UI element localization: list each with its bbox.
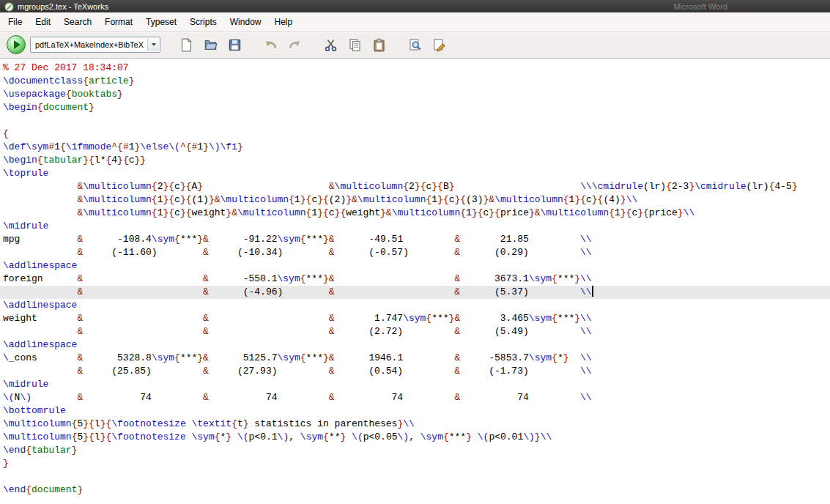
editor[interactable]: % 27 Dec 2017 18:34:07\documentclass{art… (0, 59, 830, 504)
chevron-down-icon[interactable] (147, 38, 159, 51)
toolbar-separator (309, 45, 316, 45)
code-line-13[interactable]: \midrule (3, 220, 830, 233)
code-line-20[interactable]: weight & & & 1.747\sym{***}& 3.465\sym{*… (3, 312, 830, 325)
play-icon (14, 40, 21, 49)
typeset-run-button[interactable] (7, 35, 26, 54)
menu-item-help[interactable]: Help (267, 14, 299, 30)
replace-icon (432, 38, 446, 52)
code-line-10[interactable]: &\multicolumn{2}{c}{A} &\multicolumn{2}{… (3, 180, 830, 193)
code-line-17[interactable]: foreign & & -550.1\sym{***}& & 3673.1\sy… (3, 273, 830, 286)
code-line-16[interactable]: \addlinespace (3, 259, 830, 273)
code-line-11[interactable]: &\multicolumn{1}{c}{(1)}&\multicolumn{1}… (3, 193, 830, 207)
code-line-26[interactable]: \(N\) & 74 & 74 & 74 & 74 \\ (3, 391, 830, 404)
find-icon (408, 38, 422, 52)
menu-item-file[interactable]: File (1, 14, 29, 30)
code-line-14[interactable]: mpg & -108.4\sym{***}& -91.22\sym{***}& … (3, 233, 830, 246)
redo-icon (288, 38, 302, 52)
typeset-format-dropdown[interactable]: pdfLaTeX+MakeIndex+BibTeX (30, 37, 160, 53)
menu-item-window[interactable]: Window (223, 14, 268, 30)
paste-button[interactable] (369, 35, 388, 54)
menubar: FileEditSearchFormatTypesetScriptsWindow… (0, 12, 830, 32)
cut-icon (324, 38, 338, 52)
code-line-32[interactable] (3, 470, 830, 483)
code-line-24[interactable]: & (25.85) & (27.93) & (0.54) & (-1.73) \… (3, 365, 830, 378)
texworks-app-icon (4, 1, 14, 11)
toolbar-separator (393, 45, 400, 45)
code-line-15[interactable]: & (-11.60) & (-10.34) & (-0.57) & (0.29)… (3, 246, 830, 259)
code-line-21[interactable]: & & & (2.72) & (5.49) \\ (3, 325, 830, 338)
new-document-icon (179, 38, 193, 52)
undo-icon (264, 38, 278, 52)
texworks-window: mgroups2.tex - TeXworks Microsoft Word F… (0, 0, 830, 504)
menu-item-search[interactable]: Search (57, 14, 98, 30)
copy-icon (348, 38, 362, 52)
code-line-5[interactable] (3, 114, 830, 127)
toolbar-gap (165, 45, 172, 45)
code-line-19[interactable]: \addlinespace (3, 299, 830, 312)
menu-item-format[interactable]: Format (98, 14, 139, 30)
code-line-27[interactable]: \bottomrule (3, 404, 830, 418)
code-line-23[interactable]: \_cons & 5328.8\sym{***}& 5125.7\sym{***… (3, 352, 830, 365)
undo-button[interactable] (261, 35, 280, 54)
menu-item-typeset[interactable]: Typeset (139, 14, 183, 30)
code-line-30[interactable]: \end{tabular} (3, 444, 830, 457)
toolbar: pdfLaTeX+MakeIndex+BibTeX (0, 32, 830, 59)
code-line-8[interactable]: \begin{tabular}{l*{4}{c}} (3, 154, 830, 167)
code-line-9[interactable]: \toprule (3, 167, 830, 180)
open-button[interactable] (201, 35, 220, 54)
copy-button[interactable] (345, 35, 364, 54)
save-icon (228, 38, 242, 52)
text-caret (592, 286, 593, 297)
menu-item-edit[interactable]: Edit (29, 14, 57, 30)
code-line-12[interactable]: &\multicolumn{1}{c}{weight}&\multicolumn… (3, 207, 830, 220)
code-line-22[interactable]: \addlinespace (3, 338, 830, 352)
redo-button[interactable] (285, 35, 304, 54)
menu-item-scripts[interactable]: Scripts (183, 14, 223, 30)
replace-button[interactable] (429, 35, 448, 54)
code-line-1[interactable]: % 27 Dec 2017 18:34:07 (3, 62, 830, 75)
window-title: mgroups2.tex - TeXworks (18, 2, 108, 11)
code-line-31[interactable]: } (3, 457, 830, 470)
code-line-3[interactable]: \usepackage{booktabs} (3, 88, 830, 101)
code-line-18[interactable]: & & (-4.96) & & (5.37) \\ (0, 286, 830, 299)
open-folder-icon (204, 38, 218, 52)
code-line-29[interactable]: \multicolumn{5}{l}{\footnotesize \sym{*}… (3, 431, 830, 444)
code-line-33[interactable]: \end{document} (3, 483, 830, 497)
code-line-6[interactable]: { (3, 127, 830, 141)
new-document-button[interactable] (177, 35, 196, 54)
code-line-2[interactable]: \documentclass{article} (3, 75, 830, 88)
code-line-28[interactable]: \multicolumn{5}{l}{\footnotesize \textit… (3, 418, 830, 431)
titlebar[interactable]: mgroups2.tex - TeXworks Microsoft Word (0, 0, 830, 12)
find-button[interactable] (405, 35, 424, 54)
code-line-7[interactable]: \def\sym#1{\ifmmode^{#1}\else\(^{#1}\)\f… (3, 141, 830, 154)
typeset-format-value: pdfLaTeX+MakeIndex+BibTeX (35, 40, 144, 49)
paste-icon (372, 38, 386, 52)
code-line-4[interactable]: \begin{document} (3, 101, 830, 114)
background-window-title: Microsoft Word (673, 2, 727, 11)
save-button[interactable] (225, 35, 244, 54)
cut-button[interactable] (321, 35, 340, 54)
toolbar-separator (249, 45, 256, 45)
code-line-25[interactable]: \midrule (3, 378, 830, 391)
toolbar-buttons (177, 35, 448, 54)
